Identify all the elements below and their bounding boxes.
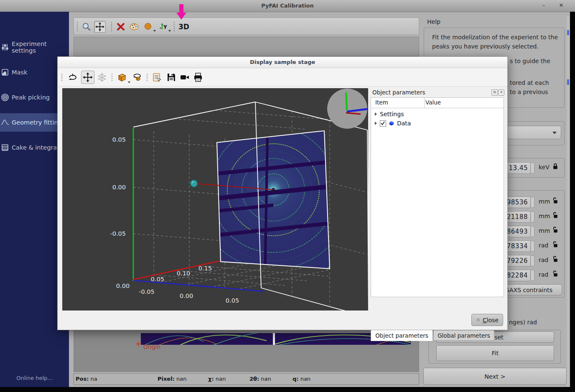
mask-icon [1, 68, 9, 76]
svg-text:Y: Y [163, 24, 167, 30]
orange-cube-icon [117, 72, 127, 82]
status-2theta: 2θ: nan [249, 376, 271, 382]
remove-button[interactable] [115, 21, 127, 33]
record-video-button[interactable] [178, 71, 191, 84]
sliders-icon [1, 43, 9, 51]
planes-icon [97, 72, 107, 82]
sample-sphere-highlight [192, 181, 194, 183]
next-button[interactable]: Next > [423, 368, 567, 385]
floppy-disk-icon [166, 72, 176, 82]
status-chi: χ: nan [208, 376, 226, 382]
help-section-title: Help [427, 18, 440, 25]
toolbar-grip[interactable] [76, 21, 79, 32]
svg-text:a: a [160, 26, 161, 30]
rotate-cube-button[interactable] [130, 71, 144, 84]
annotation-arrow-icon [176, 4, 187, 20]
tab-object-parameters[interactable]: Object parameters [371, 330, 433, 341]
expander-icon[interactable] [375, 112, 377, 116]
svg-text:0.05: 0.05 [112, 136, 126, 143]
status-pixel: Pixel: nan [158, 376, 186, 382]
main-plot-top [74, 37, 419, 56]
tree-row-label: Settings [380, 111, 404, 117]
sample-sphere [191, 180, 198, 187]
toolbar-grip[interactable] [173, 21, 176, 32]
tree-row-data[interactable]: Data [371, 119, 504, 128]
toolbar-grip[interactable] [61, 73, 63, 81]
panel-scrollbar[interactable] [567, 17, 570, 386]
toolbar-grip[interactable] [111, 21, 113, 32]
3d-scene-view[interactable]: 0.05 0.00 -0.05 0.05 0.10 0.15 0.00 -0.0… [62, 88, 368, 311]
window-titlebar[interactable]: PyFAI Calibration – ✕ [0, 0, 575, 12]
pan-mode-button[interactable] [94, 21, 106, 33]
help-text-fragment: s to guide the [510, 58, 550, 64]
main-toolbar: aY 3D [74, 18, 419, 35]
close-button[interactable]: ✕ [557, 2, 565, 9]
ranges-label-fragment: nges) rad [509, 319, 537, 326]
table-header: Item Value [371, 98, 504, 108]
display-sample-stage-dialog: Display sample stage [57, 56, 508, 330]
expander-icon[interactable] [375, 122, 377, 125]
y-axis-icon: aY [159, 22, 168, 31]
zoom-mode-button[interactable] [81, 21, 92, 33]
pan-view-button[interactable] [81, 71, 94, 84]
close-label: Close [483, 317, 499, 323]
minimize-button[interactable]: – [540, 2, 547, 9]
svg-text:0.00: 0.00 [180, 293, 193, 299]
column-item[interactable]: Item [375, 99, 388, 106]
tree-row-settings[interactable]: Settings [371, 109, 504, 119]
help-text-fragment: tored at each [510, 79, 549, 86]
sidebar-item-experiment-settings[interactable]: Experiment settings [0, 38, 69, 56]
svg-text:0.05: 0.05 [151, 276, 164, 283]
screen-right-border [570, 12, 575, 392]
close-x-icon: ✕ [476, 317, 481, 323]
dialog-toolbar [58, 68, 507, 87]
bounding-box-button[interactable] [115, 71, 129, 84]
sidebar-item-label: Geometry fitting [12, 119, 62, 126]
peak-rings-icon [1, 93, 9, 102]
dropdown-arrow-icon [153, 30, 156, 32]
dialog-titlebar[interactable]: Display sample stage [58, 57, 507, 68]
check-icon [381, 121, 385, 125]
dock-title: Object parameters [372, 89, 425, 96]
dock-close-button[interactable]: ✕ [498, 89, 504, 96]
svg-text:0.00: 0.00 [116, 283, 130, 289]
data-visible-checkbox[interactable] [380, 120, 386, 127]
tree-row-label: Data [397, 120, 411, 127]
scrollbar-mark [567, 79, 569, 85]
orange-circle-icon [144, 22, 153, 31]
svg-text:0.05: 0.05 [226, 297, 239, 304]
print-button[interactable] [191, 71, 205, 84]
plane-mode-button[interactable] [95, 71, 109, 84]
sidebar-item-label: Peak picking [12, 94, 50, 101]
fit-button[interactable]: Fit [436, 345, 554, 361]
save-button[interactable] [165, 71, 178, 84]
marker-style-button[interactable] [142, 21, 154, 33]
statusbar: Pos: na Pixel: nan χ: nan 2θ: nan q: nan [74, 373, 419, 385]
red-x-icon [116, 22, 125, 31]
video-camera-icon [180, 72, 190, 82]
tab-global-parameters[interactable]: Global parameters [433, 330, 494, 341]
palette-icon [130, 22, 139, 31]
copy-snapshot-button[interactable] [150, 71, 164, 84]
pan-icon [95, 22, 104, 31]
toolbar-grip[interactable] [146, 73, 148, 81]
status-q: q: nan [293, 376, 310, 382]
origin-marker-icon: + [135, 339, 142, 349]
dock-float-button[interactable]: ⧉ [491, 89, 498, 96]
svg-text:-0.05: -0.05 [110, 230, 126, 237]
app-window: PyFAI Calibration – ✕ Experiment setting… [0, 0, 575, 392]
rotate-icon [68, 72, 78, 82]
cake-layers-icon [1, 143, 9, 152]
dialog-close-button[interactable]: ✕ Close [471, 314, 503, 326]
geometry-curve-icon [1, 118, 9, 127]
rotate-view-button[interactable] [66, 71, 79, 84]
help-text-line: peaks you have previously selected. [432, 43, 539, 50]
y-axis-button[interactable]: aY [158, 21, 169, 33]
column-value[interactable]: Value [425, 99, 441, 106]
toolbar-grip[interactable] [111, 73, 113, 81]
online-help-link[interactable]: Online help... [0, 375, 69, 381]
colormap-button[interactable] [128, 21, 140, 33]
3d-view-button[interactable]: 3D [177, 21, 191, 33]
column-divider[interactable] [424, 98, 425, 108]
3d-button-label: 3D [178, 23, 189, 31]
